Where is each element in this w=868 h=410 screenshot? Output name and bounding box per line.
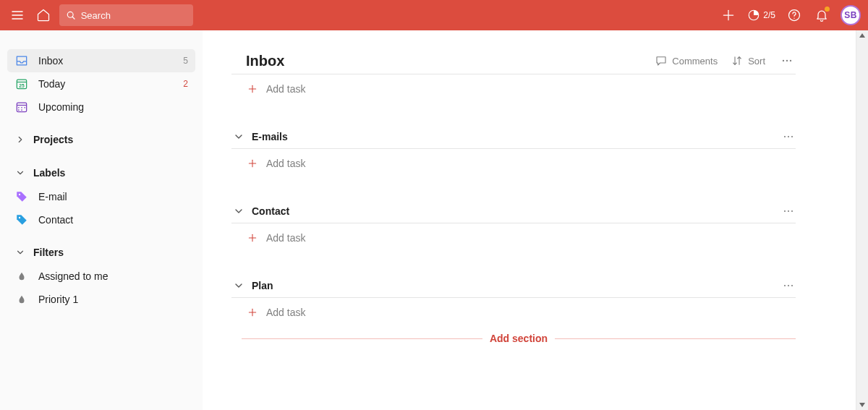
sidebar-item-upcoming[interactable]: Upcoming: [7, 95, 195, 119]
search-box[interactable]: [59, 4, 193, 26]
vertical-scrollbar[interactable]: [856, 30, 868, 410]
plus-icon: [247, 232, 258, 244]
svg-point-36: [791, 210, 793, 212]
search-input[interactable]: [81, 10, 187, 21]
divider: [555, 338, 796, 339]
sidebar-filter-priority1[interactable]: Priority 1: [7, 288, 195, 311]
top-bar: 2/5 SB: [0, 0, 868, 30]
svg-point-21: [19, 217, 20, 218]
sort-label: Sort: [748, 56, 765, 67]
add-task-button[interactable]: Add task: [246, 149, 796, 178]
add-section-label: Add section: [490, 333, 548, 344]
hamburger-icon: [10, 8, 25, 22]
chevron-down-icon: [233, 131, 244, 142]
sidebar-section-label: Projects: [33, 134, 73, 145]
tag-icon: [15, 190, 28, 203]
sidebar-item-count: 5: [183, 56, 188, 66]
sort-button[interactable]: Sort: [731, 54, 765, 67]
plus-icon: [247, 307, 258, 318]
avatar[interactable]: SB: [841, 5, 861, 25]
section-header-plan[interactable]: Plan: [231, 278, 796, 298]
svg-point-26: [790, 60, 791, 61]
add-task-label: Add task: [266, 158, 305, 169]
sidebar-label-text: E-mail: [38, 191, 67, 202]
svg-point-39: [784, 285, 786, 286]
help-button[interactable]: [783, 4, 806, 27]
view-more-button[interactable]: [778, 52, 796, 69]
sidebar: Inbox 5 25 Today 2: [0, 30, 203, 410]
divider: [242, 338, 482, 339]
sidebar-section-projects[interactable]: Projects: [7, 127, 195, 152]
sidebar-section-label: Filters: [33, 247, 64, 258]
svg-point-30: [788, 136, 789, 137]
sort-icon: [731, 54, 744, 67]
add-task-button[interactable]: Add task: [246, 223, 796, 252]
droplet-icon: [17, 271, 27, 281]
notifications-button[interactable]: [810, 4, 833, 27]
section-header-emails[interactable]: E-mails: [231, 129, 796, 149]
more-horizontal-icon: [781, 278, 796, 293]
add-task-button[interactable]: Add task: [246, 298, 796, 327]
comment-icon: [655, 54, 668, 67]
home-button[interactable]: [32, 4, 55, 27]
chevron-down-icon: [233, 205, 244, 217]
menu-toggle-button[interactable]: [6, 4, 29, 27]
section-more-button[interactable]: [781, 278, 796, 293]
sidebar-item-label: Inbox: [38, 55, 63, 67]
svg-point-29: [784, 136, 786, 137]
inbox-icon: [14, 54, 29, 68]
add-section-button[interactable]: Add section: [242, 333, 796, 344]
more-horizontal-icon: [781, 204, 796, 218]
more-horizontal-icon: [781, 129, 796, 144]
add-task-label: Add task: [266, 83, 305, 95]
help-icon: [787, 8, 801, 22]
sidebar-item-today[interactable]: 25 Today 2: [7, 72, 195, 95]
svg-marker-45: [859, 403, 865, 407]
sidebar-item-count: 2: [183, 79, 188, 89]
sidebar-item-label: Today: [38, 78, 65, 90]
section-title: Contact: [252, 205, 289, 217]
scroll-down-arrow-icon: [856, 401, 868, 409]
section-more-button[interactable]: [781, 204, 796, 218]
add-task-label: Add task: [266, 232, 305, 244]
sidebar-item-inbox[interactable]: Inbox 5: [7, 49, 195, 72]
sidebar-filter-assigned[interactable]: Assigned to me: [7, 265, 195, 288]
svg-point-20: [19, 194, 20, 195]
sidebar-label-text: Contact: [38, 214, 73, 226]
main-content: Inbox Comments Sort: [203, 30, 856, 410]
sidebar-filter-text: Priority 1: [38, 294, 78, 305]
droplet-icon: [17, 294, 27, 304]
more-horizontal-icon: [780, 54, 794, 68]
calendar-upcoming-icon: [14, 100, 29, 114]
sidebar-label-email[interactable]: E-mail: [7, 185, 195, 208]
comments-label: Comments: [672, 56, 718, 67]
plus-icon: [721, 8, 736, 22]
chevron-down-icon: [15, 168, 25, 178]
svg-point-34: [784, 210, 786, 212]
section-more-button[interactable]: [781, 129, 796, 144]
svg-point-35: [788, 210, 789, 212]
chevron-down-icon: [233, 280, 244, 291]
add-task-label: Add task: [266, 307, 305, 318]
notification-dot-icon: [825, 7, 830, 12]
svg-point-9: [793, 18, 794, 19]
calendar-today-icon: 25: [14, 77, 29, 91]
productivity-button[interactable]: 2/5: [744, 9, 778, 22]
productivity-count: 2/5: [763, 10, 775, 20]
plus-icon: [247, 83, 258, 95]
home-icon: [36, 8, 51, 22]
chevron-right-icon: [15, 134, 25, 145]
page-title: Inbox: [246, 53, 284, 69]
section-header-contact[interactable]: Contact: [231, 204, 796, 223]
comments-button[interactable]: Comments: [655, 54, 718, 67]
sidebar-section-labels[interactable]: Labels: [7, 161, 195, 185]
sidebar-label-contact[interactable]: Contact: [7, 208, 195, 231]
add-task-button[interactable]: Add task: [246, 74, 796, 103]
sidebar-item-label: Upcoming: [38, 101, 84, 113]
sidebar-section-label: Labels: [33, 167, 65, 179]
tag-icon: [15, 213, 28, 226]
productivity-icon: [747, 9, 760, 22]
sidebar-section-filters[interactable]: Filters: [7, 240, 195, 265]
quick-add-button[interactable]: [717, 4, 740, 27]
search-icon: [65, 9, 77, 22]
